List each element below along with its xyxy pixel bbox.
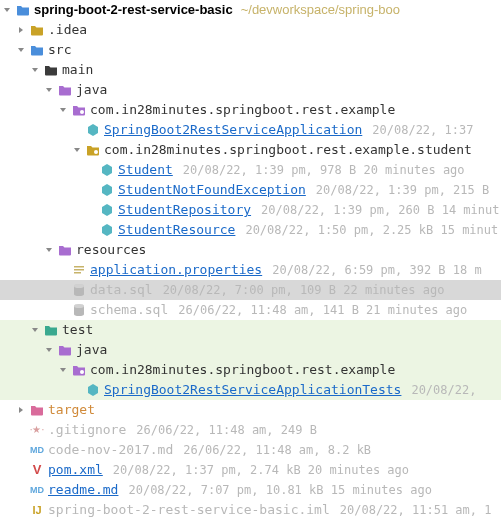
tree-label: target xyxy=(46,400,95,420)
folder-icon xyxy=(28,24,46,36)
folder-target[interactable]: target xyxy=(0,400,501,420)
folder-main[interactable]: main xyxy=(0,60,501,80)
file-meta: 20/08/22, xyxy=(401,380,476,400)
file-data-sql[interactable]: data.sql20/08/22, 7:00 pm, 109 B 22 minu… xyxy=(0,280,501,300)
chevron-down-icon[interactable] xyxy=(56,106,70,114)
folder-resources[interactable]: resources xyxy=(0,240,501,260)
file-code-md[interactable]: MDcode-nov-2017.md26/06/22, 11:48 am, 8.… xyxy=(0,440,501,460)
tree-label: .idea xyxy=(46,20,87,40)
tree-label: code-nov-2017.md xyxy=(46,440,173,460)
folder-test[interactable]: test xyxy=(0,320,501,340)
markdown-icon: MD xyxy=(28,480,46,500)
class-test[interactable]: SpringBoot2RestServiceApplicationTests20… xyxy=(0,380,501,400)
package-icon xyxy=(70,104,88,116)
tree-label: com.in28minutes.springboot.rest.example xyxy=(88,100,395,120)
svg-point-1 xyxy=(94,150,98,154)
tree-label: java xyxy=(74,80,107,100)
file-meta: 20/08/22, 1:39 pm, 215 B xyxy=(306,180,489,200)
folder-icon xyxy=(42,324,60,336)
tree-label: data.sql xyxy=(88,280,153,300)
java-folder-icon xyxy=(56,84,74,96)
project-root[interactable]: spring-boot-2-rest-service-basic~/devwor… xyxy=(0,0,501,20)
interface-student-repo[interactable]: StudentRepository20/08/22, 1:39 pm, 260 … xyxy=(0,200,501,220)
tree-label: spring-boot-2-rest-service-basic xyxy=(32,0,233,20)
chevron-down-icon[interactable] xyxy=(70,146,84,154)
folder-icon xyxy=(28,44,46,56)
tree-label: com.in28minutes.springboot.rest.example.… xyxy=(102,140,472,160)
file-meta: 26/06/22, 11:48 am, 8.2 kB xyxy=(173,440,371,460)
svg-point-8 xyxy=(74,304,84,308)
tree-label: com.in28minutes.springboot.rest.example xyxy=(88,360,395,380)
file-iml[interactable]: IJspring-boot-2-rest-service-basic.iml20… xyxy=(0,500,501,520)
svg-rect-4 xyxy=(74,272,81,274)
class-icon xyxy=(98,163,116,177)
chevron-down-icon[interactable] xyxy=(56,366,70,374)
tree-label: .gitignore xyxy=(46,420,126,440)
properties-file-icon xyxy=(70,264,88,276)
folder-idea[interactable]: .idea xyxy=(0,20,501,40)
svg-rect-3 xyxy=(74,269,84,271)
tree-label: src xyxy=(46,40,71,60)
svg-point-9 xyxy=(80,370,84,374)
tree-label: StudentResource xyxy=(116,220,235,240)
tree-label: main xyxy=(60,60,93,80)
file-app-props[interactable]: application.properties20/08/22, 6:59 pm,… xyxy=(0,260,501,280)
package-icon xyxy=(84,144,102,156)
chevron-right-icon[interactable] xyxy=(14,406,28,414)
chevron-down-icon[interactable] xyxy=(42,246,56,254)
package-example[interactable]: com.in28minutes.springboot.rest.example xyxy=(0,100,501,120)
folder-java[interactable]: java xyxy=(0,80,501,100)
file-meta: 20/08/22, 1:50 pm, 2.25 kB 15 minut xyxy=(235,220,498,240)
class-app[interactable]: SpringBoot2RestServiceApplication20/08/2… xyxy=(0,120,501,140)
folder-icon xyxy=(28,404,46,416)
file-meta: ~/devworkspace/spring-boo xyxy=(233,0,400,20)
file-meta: 20/08/22, 1:39 pm, 978 B 20 minutes ago xyxy=(173,160,465,180)
file-schema-sql[interactable]: schema.sql26/06/22, 11:48 am, 141 B 21 m… xyxy=(0,300,501,320)
tree-label: schema.sql xyxy=(88,300,168,320)
tree-label: SpringBoot2RestServiceApplicationTests xyxy=(102,380,401,400)
file-meta: 20/08/22, 7:00 pm, 109 B 22 minutes ago xyxy=(153,280,445,300)
file-meta: 20/08/22, 1:37 pm, 2.74 kB 20 minutes ag… xyxy=(103,460,409,480)
class-student-res[interactable]: StudentResource20/08/22, 1:50 pm, 2.25 k… xyxy=(0,220,501,240)
project-tree: spring-boot-2-rest-service-basic~/devwor… xyxy=(0,0,501,520)
tree-label: StudentRepository xyxy=(116,200,251,220)
tree-label: resources xyxy=(74,240,146,260)
folder-test-java[interactable]: java xyxy=(0,340,501,360)
package-test[interactable]: com.in28minutes.springboot.rest.example xyxy=(0,360,501,380)
class-icon xyxy=(98,183,116,197)
file-readme[interactable]: MDreadme.md20/08/22, 7:07 pm, 10.81 kB 1… xyxy=(0,480,501,500)
chevron-down-icon[interactable] xyxy=(0,6,14,14)
chevron-down-icon[interactable] xyxy=(14,46,28,54)
chevron-down-icon[interactable] xyxy=(42,346,56,354)
tree-label: readme.md xyxy=(46,480,118,500)
chevron-right-icon[interactable] xyxy=(14,26,28,34)
sql-file-icon xyxy=(70,283,88,297)
markdown-icon: MD xyxy=(28,440,46,460)
project-folder-icon xyxy=(14,4,32,16)
folder-icon xyxy=(42,64,60,76)
file-meta: 20/08/22, 11:51 am, 1 xyxy=(330,500,492,520)
tree-label: spring-boot-2-rest-service-basic.iml xyxy=(46,500,330,520)
package-icon xyxy=(70,364,88,376)
tree-label: Student xyxy=(116,160,173,180)
gitignore-icon: ·★· xyxy=(28,420,46,440)
class-student-nf[interactable]: StudentNotFoundException20/08/22, 1:39 p… xyxy=(0,180,501,200)
file-gitignore[interactable]: ·★·.gitignore26/06/22, 11:48 am, 249 B xyxy=(0,420,501,440)
tree-label: SpringBoot2RestServiceApplication xyxy=(102,120,362,140)
package-student[interactable]: com.in28minutes.springboot.rest.example.… xyxy=(0,140,501,160)
class-icon xyxy=(98,223,116,237)
chevron-down-icon[interactable] xyxy=(28,66,42,74)
folder-src[interactable]: src xyxy=(0,40,501,60)
java-folder-icon xyxy=(56,344,74,356)
class-student[interactable]: Student20/08/22, 1:39 pm, 978 B 20 minut… xyxy=(0,160,501,180)
class-icon xyxy=(84,383,102,397)
file-meta: 26/06/22, 11:48 am, 249 B xyxy=(126,420,317,440)
chevron-down-icon[interactable] xyxy=(28,326,42,334)
interface-icon xyxy=(98,203,116,217)
chevron-down-icon[interactable] xyxy=(42,86,56,94)
tree-label: java xyxy=(74,340,107,360)
tree-label: pom.xml xyxy=(46,460,103,480)
file-pom[interactable]: Vpom.xml20/08/22, 1:37 pm, 2.74 kB 20 mi… xyxy=(0,460,501,480)
file-meta: 20/08/22, 1:39 pm, 260 B 14 minut xyxy=(251,200,499,220)
file-meta: 26/06/22, 11:48 am, 141 B 21 minutes ago xyxy=(168,300,467,320)
